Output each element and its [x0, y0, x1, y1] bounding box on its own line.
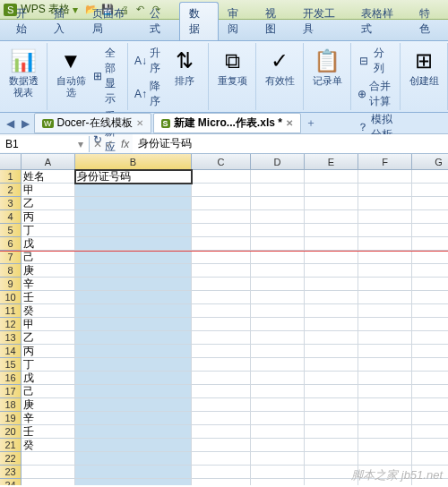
cell[interactable] — [412, 358, 448, 372]
cell[interactable] — [75, 331, 192, 345]
cell[interactable] — [22, 452, 75, 466]
cell[interactable] — [305, 358, 358, 372]
cell[interactable] — [358, 345, 412, 358]
row-header[interactable]: 14 — [0, 345, 22, 358]
name-box[interactable]: B1▾ — [0, 136, 90, 152]
cell[interactable] — [305, 264, 358, 278]
record-form-button[interactable]: 📋 记录单 — [307, 45, 347, 89]
cell[interactable] — [251, 264, 305, 278]
cell[interactable] — [358, 264, 412, 278]
formula-input[interactable]: 身份证号码 — [133, 134, 448, 153]
cell[interactable] — [75, 291, 192, 304]
cell[interactable] — [251, 372, 305, 385]
show-all-button[interactable]: ⊞全部显示 — [90, 45, 124, 107]
cell[interactable]: 丙 — [22, 345, 75, 358]
row-header[interactable]: 21 — [0, 439, 22, 452]
row-header[interactable]: 18 — [0, 398, 22, 412]
cell[interactable] — [305, 345, 358, 358]
cell[interactable] — [358, 331, 412, 345]
cell[interactable] — [192, 385, 251, 398]
cell[interactable] — [358, 197, 412, 210]
cell[interactable] — [192, 264, 251, 278]
cell[interactable]: 甲 — [22, 318, 75, 331]
row-header[interactable]: 7 — [0, 251, 22, 264]
cell[interactable] — [305, 466, 358, 479]
tab-next-icon[interactable]: ▶ — [19, 117, 32, 130]
tab-插入[interactable]: 插入 — [45, 3, 82, 40]
row-header[interactable]: 8 — [0, 264, 22, 278]
cell[interactable] — [75, 412, 192, 425]
cell[interactable] — [412, 278, 448, 291]
cell[interactable] — [412, 237, 448, 251]
cell[interactable] — [358, 251, 412, 264]
cell[interactable] — [75, 304, 192, 318]
column-header[interactable]: F — [358, 154, 412, 170]
cell[interactable]: 壬 — [22, 291, 75, 304]
cell[interactable] — [358, 278, 412, 291]
cell[interactable] — [75, 251, 192, 264]
name-box-dropdown-icon[interactable]: ▾ — [78, 138, 83, 150]
cell[interactable] — [358, 291, 412, 304]
cell[interactable]: 丁 — [22, 358, 75, 372]
cell[interactable]: 丙 — [22, 210, 75, 224]
tab-prev-icon[interactable]: ◀ — [4, 117, 17, 130]
cell[interactable] — [192, 318, 251, 331]
row-header[interactable]: 22 — [0, 452, 22, 466]
cell[interactable] — [75, 237, 192, 251]
sort-desc-button[interactable]: A↑降序 — [132, 78, 165, 110]
cell[interactable] — [192, 278, 251, 291]
cell[interactable] — [305, 439, 358, 452]
cell[interactable]: 丁 — [22, 224, 75, 237]
cell[interactable] — [305, 372, 358, 385]
row-header[interactable]: 4 — [0, 210, 22, 224]
cell[interactable] — [192, 345, 251, 358]
column-header[interactable]: B — [75, 154, 192, 170]
cell[interactable] — [412, 439, 448, 452]
cell[interactable]: 辛 — [22, 412, 75, 425]
validation-button[interactable]: ✓ 有效性 — [260, 45, 299, 89]
cell[interactable] — [192, 331, 251, 345]
cell[interactable] — [305, 184, 358, 197]
cell[interactable] — [358, 304, 412, 318]
pivot-table-button[interactable]: 📊 数据透视表 — [4, 45, 43, 100]
cell[interactable] — [75, 372, 192, 385]
cell[interactable] — [358, 224, 412, 237]
cell[interactable] — [305, 237, 358, 251]
cell[interactable] — [192, 304, 251, 318]
cell[interactable]: 甲 — [22, 184, 75, 197]
column-header[interactable]: C — [192, 154, 251, 170]
cell[interactable] — [305, 412, 358, 425]
cell[interactable] — [192, 170, 251, 184]
cancel-icon[interactable]: ✕ — [93, 138, 102, 150]
duplicates-button[interactable]: ⧉ 重复项 — [212, 45, 252, 89]
cell[interactable] — [251, 439, 305, 452]
cell[interactable] — [305, 331, 358, 345]
cell[interactable] — [412, 184, 448, 197]
column-header[interactable]: G — [412, 154, 448, 170]
cell[interactable] — [412, 345, 448, 358]
cell[interactable] — [192, 184, 251, 197]
cell[interactable] — [192, 197, 251, 210]
cell[interactable] — [305, 210, 358, 224]
cell[interactable] — [251, 345, 305, 358]
cell[interactable] — [305, 251, 358, 264]
cell[interactable] — [412, 385, 448, 398]
cell[interactable] — [251, 452, 305, 466]
cell[interactable] — [305, 278, 358, 291]
cell[interactable] — [412, 291, 448, 304]
cell[interactable] — [75, 466, 192, 479]
row-header[interactable]: 16 — [0, 372, 22, 385]
cell[interactable]: 戊 — [22, 237, 75, 251]
cell[interactable] — [251, 398, 305, 412]
cell[interactable] — [251, 358, 305, 372]
cell[interactable] — [192, 479, 251, 485]
tab-add-icon[interactable]: ＋ — [303, 115, 319, 131]
spreadsheet[interactable]: ABCDEFG 12345678910111213141516171819202… — [0, 154, 448, 485]
enter-icon[interactable]: ✓ — [105, 138, 114, 150]
row-header[interactable]: 3 — [0, 197, 22, 210]
tab-页面布局[interactable]: 页面布局 — [83, 3, 142, 40]
cell[interactable] — [251, 331, 305, 345]
cell[interactable]: 姓名 — [22, 170, 75, 184]
cell[interactable]: 身份证号码 — [75, 170, 192, 184]
cell[interactable] — [251, 385, 305, 398]
